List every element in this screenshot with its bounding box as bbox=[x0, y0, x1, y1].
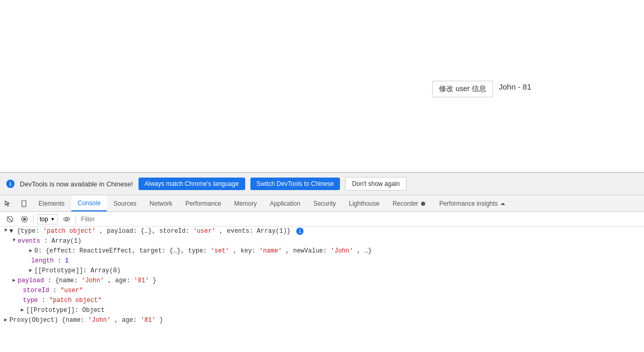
line-8-text: type : "patch object" bbox=[23, 297, 102, 304]
context-selector[interactable]: top ▼ bbox=[37, 214, 58, 224]
arrow-2[interactable] bbox=[12, 237, 16, 243]
tab-lighthouse[interactable]: Lighthouse bbox=[343, 195, 386, 211]
console-line-9: [[Prototype]]: Object bbox=[0, 306, 644, 316]
line-3-text: 0: {effect: ReactiveEffect, target: {…},… bbox=[34, 247, 372, 255]
line-7-text: storeId : "user" bbox=[23, 287, 83, 294]
arrow-3[interactable] bbox=[29, 247, 32, 254]
tab-memory[interactable]: Memory bbox=[228, 195, 263, 211]
clear-icon bbox=[6, 216, 14, 223]
line-5-text: [[Prototype]]: Array(0) bbox=[34, 267, 121, 274]
devtools-tabs: Elements Console Sources Network Perform… bbox=[0, 195, 644, 212]
tab-mobile-icon[interactable] bbox=[16, 195, 32, 211]
tab-performance-insights[interactable]: Performance insights ⏶ bbox=[433, 195, 513, 211]
inspect-icon bbox=[4, 200, 11, 207]
console-line-4: length : 1 bbox=[0, 256, 644, 266]
user-info-text: John - 81 bbox=[499, 82, 532, 91]
info-badge-1[interactable]: i bbox=[296, 228, 304, 235]
console-toolbar: top ▼ bbox=[0, 212, 644, 227]
line-9-text: [[Prototype]]: Object bbox=[26, 307, 105, 314]
line-4-text: length : 1 bbox=[31, 257, 69, 265]
console-output: ▼ {type: 'patch object' , payload: {…}, … bbox=[0, 227, 644, 329]
toolbar-divider-1 bbox=[33, 215, 34, 223]
svg-rect-5 bbox=[23, 218, 26, 220]
tab-sources[interactable]: Sources bbox=[107, 195, 143, 211]
filter-input[interactable] bbox=[79, 216, 640, 223]
tab-elements-icon[interactable] bbox=[0, 195, 16, 211]
tab-network[interactable]: Network bbox=[143, 195, 179, 211]
browser-content: 修改 user 信息 John - 81 bbox=[0, 0, 644, 172]
notification-text: DevTools is now available in Chinese! bbox=[20, 180, 133, 188]
console-line-2: events : Array(1) bbox=[0, 236, 644, 246]
arrow-5[interactable] bbox=[29, 267, 32, 273]
eye-icon bbox=[63, 216, 70, 223]
arrow-10[interactable] bbox=[4, 317, 7, 323]
context-label: top bbox=[40, 216, 48, 223]
tab-performance[interactable]: Performance bbox=[179, 195, 228, 211]
info-icon: i bbox=[6, 180, 15, 188]
modify-user-button[interactable]: 修改 user 信息 bbox=[432, 81, 493, 97]
eye-button[interactable] bbox=[61, 215, 72, 224]
tab-recorder[interactable]: Recorder ⏺ bbox=[386, 195, 433, 211]
tab-elements[interactable]: Elements bbox=[32, 195, 71, 211]
dont-show-again-button[interactable]: Don't show again bbox=[345, 177, 407, 191]
console-line-5: [[Prototype]]: Array(0) bbox=[0, 266, 644, 276]
arrow-1[interactable] bbox=[4, 228, 7, 233]
arrow-6[interactable] bbox=[12, 277, 16, 283]
tab-application[interactable]: Application bbox=[263, 195, 307, 211]
arrow-9[interactable] bbox=[21, 307, 24, 313]
console-line-7: storeId : "user" bbox=[0, 286, 644, 296]
stop-icon bbox=[21, 216, 28, 223]
context-dropdown-arrow: ▼ bbox=[50, 217, 55, 222]
switch-to-chinese-button[interactable]: Switch DevTools to Chinese bbox=[250, 178, 340, 190]
mobile-icon bbox=[20, 200, 28, 207]
always-match-language-button[interactable]: Always match Chrome's language bbox=[138, 178, 245, 190]
tab-security[interactable]: Security bbox=[307, 195, 343, 211]
devtools-panel: i DevTools is now available in Chinese! … bbox=[0, 172, 644, 329]
line-6-text: payload : {name: 'John' , age: '81' } bbox=[18, 277, 157, 284]
console-line-6: payload : {name: 'John' , age: '81' } bbox=[0, 276, 644, 286]
toolbar-divider-2 bbox=[75, 215, 76, 223]
line-2-text: events : Array(1) bbox=[18, 237, 81, 245]
console-line-10: Proxy(Object) {name: 'John' , age: '81' … bbox=[0, 316, 644, 325]
stop-recording-button[interactable] bbox=[19, 215, 30, 224]
clear-console-button[interactable] bbox=[4, 215, 16, 224]
notification-bar: i DevTools is now available in Chinese! … bbox=[0, 172, 644, 195]
console-line-1: ▼ {type: 'patch object' , payload: {…}, … bbox=[0, 227, 644, 236]
console-line-3: 0: {effect: ReactiveEffect, target: {…},… bbox=[0, 246, 644, 256]
line-1-text: ▼ {type: 'patch object' , payload: {…}, … bbox=[9, 228, 304, 235]
svg-point-7 bbox=[66, 218, 68, 220]
console-line-8: type : "patch object" bbox=[0, 296, 644, 306]
tab-console[interactable]: Console bbox=[71, 195, 107, 211]
svg-point-1 bbox=[23, 205, 24, 206]
line-10-text: Proxy(Object) {name: 'John' , age: '81' … bbox=[9, 317, 163, 324]
